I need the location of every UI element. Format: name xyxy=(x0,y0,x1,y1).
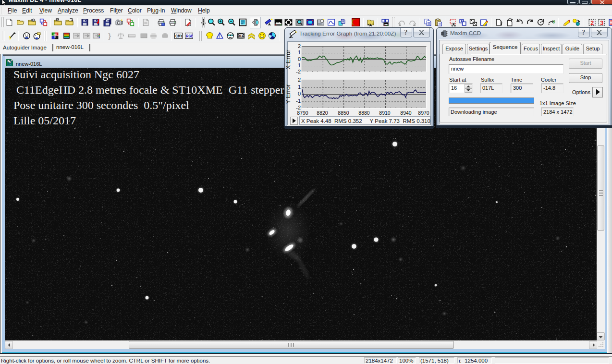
svg-text:RGB: RGB xyxy=(186,34,193,39)
svg-text:2: 2 xyxy=(590,19,594,26)
svg-text:CMY: CMY xyxy=(175,34,183,39)
svg-text:}: } xyxy=(108,32,111,40)
svg-text:01: 01 xyxy=(239,34,243,38)
svg-text:X Error: X Error xyxy=(286,49,292,70)
svg-text:3: 3 xyxy=(600,19,603,26)
svg-text:Y Error: Y Error xyxy=(286,84,292,104)
svg-text:θ: θ xyxy=(553,19,555,24)
